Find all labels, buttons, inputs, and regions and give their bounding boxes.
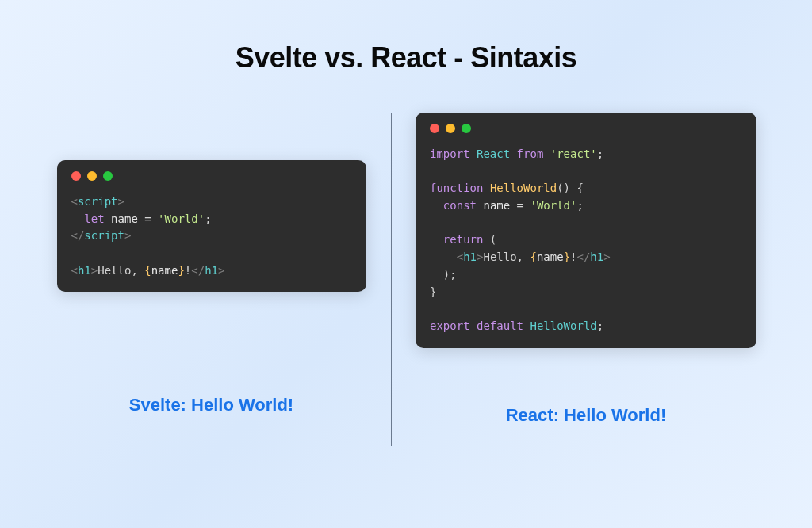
react-caption: React: Hello World! <box>506 373 667 426</box>
minimize-dot-icon <box>446 124 455 133</box>
close-dot-icon <box>71 171 81 181</box>
svelte-code-line: let name = 'World'; <box>71 211 352 228</box>
react-code-line <box>430 215 742 232</box>
maximize-dot-icon <box>103 171 113 181</box>
react-code-line <box>430 300 742 318</box>
react-code-window: import React from 'react'; function Hell… <box>416 113 756 348</box>
react-code-line: <h1>Hello, {name}!</h1> <box>430 249 742 266</box>
react-code-line: const name = 'World'; <box>430 197 742 215</box>
minimize-dot-icon <box>87 171 97 181</box>
page-title: Svelte vs. React - Sintaxis <box>0 0 812 113</box>
svelte-code-line: <h1>Hello, {name}!</h1> <box>71 262 352 280</box>
svelte-code-window: <script> let name = 'World'; </script> <… <box>57 160 366 292</box>
svelte-code-line <box>71 245 352 262</box>
maximize-dot-icon <box>462 124 471 133</box>
react-code-line: function HelloWorld() { <box>430 180 742 197</box>
react-code-line: import React from 'react'; <box>430 146 742 163</box>
react-code-line: return ( <box>430 231 742 249</box>
window-controls <box>71 171 352 181</box>
svelte-code-line: </script> <box>71 228 352 245</box>
svelte-code-line: <script> <box>71 193 352 211</box>
react-code-line: } <box>430 284 742 301</box>
react-code-line: export default HelloWorld; <box>430 318 742 335</box>
close-dot-icon <box>430 124 439 133</box>
comparison-row: <script> let name = 'World'; </script> <… <box>0 113 812 446</box>
svelte-caption: Svelte: Hello World! <box>129 363 293 415</box>
svelte-column: <script> let name = 'World'; </script> <… <box>32 113 391 446</box>
react-code-line <box>430 163 742 181</box>
react-code-line: ); <box>430 266 742 284</box>
react-column: import React from 'react'; function Hell… <box>392 113 780 446</box>
window-controls <box>430 124 742 133</box>
